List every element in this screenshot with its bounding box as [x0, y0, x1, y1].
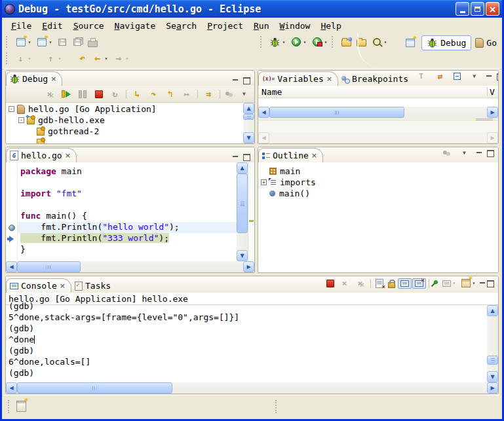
open-resource-button[interactable]	[354, 35, 369, 49]
close-icon[interactable]: ×	[311, 151, 317, 160]
new-button[interactable]: *▾	[13, 35, 34, 49]
scroll-thumb[interactable]	[487, 356, 498, 364]
minimize-view-button[interactable]	[476, 150, 483, 156]
scroll-left-button[interactable]: ◀	[258, 107, 269, 118]
scroll-track[interactable]	[269, 132, 487, 143]
scroll-track[interactable]	[17, 261, 243, 272]
debug-button[interactable]: ▾	[267, 35, 288, 49]
scroll-up-button[interactable]: ▲	[237, 162, 248, 174]
console-vscrollbar[interactable]: ▲▼	[487, 305, 498, 382]
editor-marker-ruler[interactable]	[6, 162, 18, 261]
column-name[interactable]: Name	[258, 87, 487, 97]
maximize-view-button[interactable]	[487, 150, 494, 156]
use-step-filters-button[interactable]: ⇉	[201, 87, 216, 101]
close-icon[interactable]: ×	[60, 282, 66, 290]
breakpoint-icon[interactable]	[9, 225, 15, 231]
menu-navigate[interactable]: Navigate	[109, 20, 161, 32]
scroll-right-button[interactable]: ▶	[487, 132, 498, 143]
tab-console[interactable]: Console ×	[6, 278, 71, 293]
debug-tree-item-hellogo[interactable]: -hello.go [Go Application]	[6, 103, 243, 115]
disconnect-button[interactable]: ↻	[107, 87, 123, 101]
maximize-view-button[interactable]	[497, 73, 499, 79]
tab-variables[interactable]: (x)= Variables ×	[258, 71, 338, 86]
suspend-button[interactable]	[75, 87, 90, 101]
minimize-view-button[interactable]	[232, 77, 239, 83]
tab-outline[interactable]: Outline ×	[258, 148, 323, 162]
scroll-right-button[interactable]: ▶	[487, 107, 498, 118]
remove-launch-button[interactable]: ×	[337, 276, 352, 290]
scroll-left-button[interactable]: ◀	[6, 382, 17, 394]
close-icon[interactable]: ×	[50, 75, 56, 83]
debug-view-menu-button[interactable]: ▼	[237, 87, 252, 101]
remove-all-terminated-button[interactable]: ×	[42, 87, 57, 101]
debug-tree-scrollbar[interactable]: ▲▼	[243, 103, 254, 143]
scroll-down-button[interactable]: ▼	[243, 132, 254, 143]
toolbar-handle[interactable]	[332, 36, 336, 48]
scroll-thumb[interactable]	[269, 107, 404, 118]
tab-tasks[interactable]: Tasks	[71, 279, 116, 293]
outline-item-imports[interactable]: +imports	[258, 177, 498, 188]
step-into-button[interactable]: ↳	[130, 87, 145, 101]
close-icon[interactable]: ×	[326, 75, 332, 83]
scroll-track[interactable]	[17, 382, 487, 394]
outline-item-main[interactable]: main	[258, 166, 498, 177]
maximize-view-button[interactable]	[243, 77, 250, 83]
expander-icon[interactable]: +	[261, 179, 267, 185]
scroll-thumb[interactable]	[17, 382, 172, 394]
run-button[interactable]: ▾	[288, 35, 309, 49]
maximize-view-button[interactable]	[243, 154, 250, 160]
scroll-right-button[interactable]: ▶	[243, 261, 254, 272]
previous-annotation-button[interactable]: ↑▾	[43, 52, 64, 65]
perspective-debug-button[interactable]: Debug	[421, 35, 471, 50]
show-stderr-button[interactable]	[412, 278, 426, 289]
pin-console-button[interactable]	[432, 281, 440, 285]
scroll-right-button[interactable]: ▶	[487, 382, 498, 394]
debug-tree-item-gdb-helloexe[interactable]: -gdb-hello.exe	[6, 115, 243, 126]
statusbar-handle[interactable]	[8, 400, 12, 413]
menu-search[interactable]: Search	[161, 20, 202, 32]
menu-edit[interactable]: Edit	[37, 20, 68, 32]
step-over-button[interactable]: ↷	[146, 87, 161, 101]
outline-view-menu-button[interactable]: ▼	[457, 147, 472, 160]
remove-all-launches-button[interactable]: ×	[353, 276, 368, 290]
console-hscrollbar[interactable]: ◀▶	[6, 382, 498, 394]
code-editor[interactable]: package mainimport "fmt"func main() { fm…	[18, 162, 237, 261]
expander-icon[interactable]: -	[18, 117, 24, 123]
minimize-button[interactable]	[456, 2, 469, 16]
minimize-view-button[interactable]	[486, 73, 493, 79]
statusbar-handle[interactable]	[275, 400, 280, 413]
minimize-view-button[interactable]	[479, 280, 486, 286]
column-value[interactable]: V	[488, 87, 498, 97]
next-annotation-button[interactable]: ↓▾	[13, 52, 34, 65]
scroll-track[interactable]	[269, 107, 487, 118]
close-icon[interactable]: ×	[65, 151, 71, 160]
scroll-track[interactable]	[487, 316, 498, 371]
scroll-up-button[interactable]: ▲	[487, 305, 498, 316]
search-button[interactable]: ▾	[369, 35, 390, 49]
scroll-track[interactable]	[243, 114, 254, 132]
step-return-button[interactable]: ↰	[163, 87, 178, 101]
scroll-thumb[interactable]	[243, 114, 254, 120]
scroll-left-button[interactable]: ◀	[6, 261, 17, 272]
scroll-thumb[interactable]	[17, 261, 81, 272]
toolbar-handle[interactable]	[6, 52, 10, 64]
resume-button[interactable]	[58, 87, 73, 101]
show-type-names-button[interactable]: T	[414, 70, 429, 83]
scroll-down-button[interactable]: ▼	[237, 250, 248, 261]
debug-tree-item-item[interactable]	[6, 137, 243, 143]
menu-window[interactable]: Window	[274, 20, 315, 32]
editor-vscrollbar[interactable]: ▲▼	[237, 162, 248, 261]
scroll-down-button[interactable]: ▼	[487, 371, 498, 382]
external-tools-button[interactable]: ▾	[309, 35, 330, 49]
display-selected-console-button[interactable]: ▾	[440, 279, 459, 288]
scroll-track[interactable]	[237, 174, 248, 250]
variables-table-body[interactable]	[258, 98, 498, 107]
save-button[interactable]	[55, 35, 70, 49]
menu-run[interactable]: Run	[248, 20, 274, 32]
console-output[interactable]: (gdb)5^done,stack-args=[frame={level="0"…	[6, 301, 487, 382]
variables-hscrollbar[interactable]: ◀▶	[258, 107, 498, 118]
clear-console-button[interactable]	[374, 278, 385, 289]
tab-hello-go[interactable]: G hello.go ×	[6, 148, 77, 162]
instruction-stepping-button[interactable]: ↦	[179, 87, 194, 101]
variables-details-pane[interactable]: ◀▶	[258, 121, 498, 143]
